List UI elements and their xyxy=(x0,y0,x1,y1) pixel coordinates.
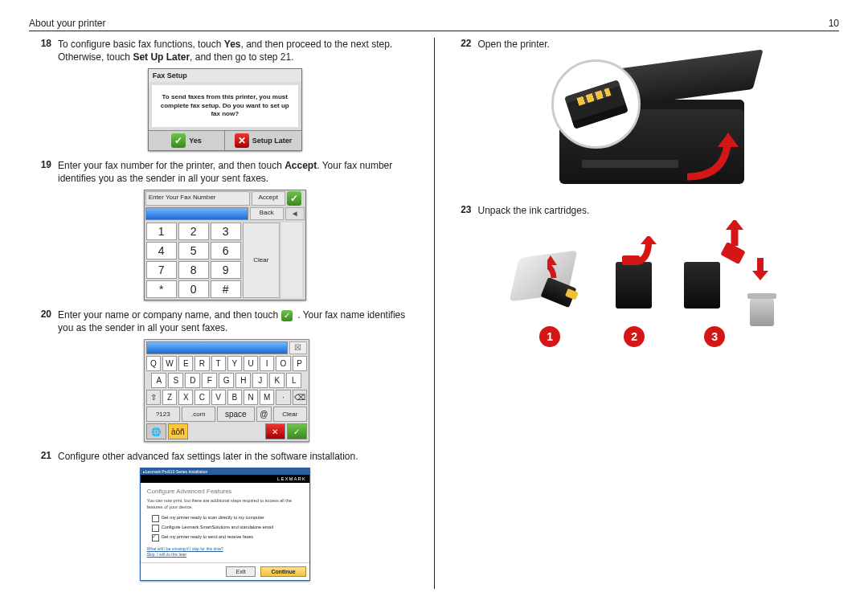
keypad-4[interactable]: 4 xyxy=(146,242,177,260)
fax-setup-later-button[interactable]: ✕ Setup Later xyxy=(224,131,301,150)
keyboard-spacer xyxy=(190,423,264,438)
key-g[interactable]: G xyxy=(219,373,234,388)
key-k[interactable]: K xyxy=(269,373,285,388)
keypad-5[interactable]: 5 xyxy=(178,242,209,260)
key-n[interactable]: N xyxy=(244,390,258,405)
installer-option-fax[interactable]: Get my printer ready to send and receive… xyxy=(152,534,303,541)
key-space[interactable]: space xyxy=(217,407,255,422)
key-r[interactable]: R xyxy=(194,356,209,371)
accents-button[interactable]: àôñ xyxy=(168,423,188,439)
cartridge-tab xyxy=(565,288,579,300)
checkbox-icon[interactable] xyxy=(152,515,159,522)
keypad-spacer xyxy=(281,223,302,298)
key-a[interactable]: A xyxy=(151,373,166,388)
key-c[interactable]: C xyxy=(194,390,209,405)
keypad-6[interactable]: 6 xyxy=(211,242,241,260)
key-dot[interactable]: · xyxy=(276,390,290,405)
svg-marker-0 xyxy=(718,133,739,147)
fax-name-input[interactable] xyxy=(146,341,288,354)
cartridge-small xyxy=(541,277,577,308)
fax-number-keypad: Enter Your Fax Number Accept ✓ Back ◄ 1 … xyxy=(144,190,306,300)
onscreen-keyboard: ☒ Q W E R T Y U I O P A xyxy=(144,339,309,442)
installer-link-whatmissing[interactable]: What will I be missing if I skip for thi… xyxy=(147,546,303,552)
back-button[interactable]: Back xyxy=(250,207,284,220)
key-dotcom[interactable]: .com xyxy=(182,407,215,422)
svg-marker-2 xyxy=(641,236,657,244)
installer-option-smartsolutions[interactable]: Configure Lexmark SmartSolutions and sta… xyxy=(152,525,303,532)
checkbox-icon[interactable] xyxy=(152,525,159,532)
step-18-text: To configure basic fax functions, touch … xyxy=(58,38,420,63)
lexmark-logo: LEXMARK xyxy=(277,476,306,481)
keypad-star[interactable]: * xyxy=(146,280,177,298)
fax-setup-yes-button[interactable]: ✓ Yes xyxy=(149,131,225,150)
key-b[interactable]: B xyxy=(227,390,242,405)
cancel-button[interactable]: ✕ xyxy=(265,423,285,439)
fax-setup-dialog: Fax Setup To send faxes from this printe… xyxy=(148,68,302,150)
keypad-8[interactable]: 8 xyxy=(178,261,209,279)
key-w[interactable]: W xyxy=(162,356,177,371)
fax-number-input[interactable] xyxy=(145,207,248,220)
check-icon[interactable]: ✓ xyxy=(287,191,301,206)
keypad-hash[interactable]: # xyxy=(211,280,241,298)
key-t[interactable]: T xyxy=(211,356,226,371)
page-title: About your printer xyxy=(29,18,105,29)
lift-arrow-icon xyxy=(679,133,743,181)
globe-icon[interactable]: 🌐 xyxy=(146,423,166,439)
peel-arrow-icon xyxy=(634,236,658,265)
installer-desc: You can now print, but there are additio… xyxy=(147,498,303,509)
keypad-0[interactable]: 0 xyxy=(178,280,209,298)
installer-link-skip[interactable]: Skip. I will do this later xyxy=(147,552,303,558)
svg-marker-6 xyxy=(752,271,768,280)
unpack-cartridges-illustration: 1 2 xyxy=(499,222,788,342)
step-19-text: Enter your fax number for the printer, a… xyxy=(58,159,420,185)
key-o[interactable]: O xyxy=(276,356,290,371)
key-y[interactable]: Y xyxy=(227,356,242,371)
check-icon: ✓ xyxy=(281,310,293,321)
key-h[interactable]: H xyxy=(235,373,251,388)
key-q[interactable]: Q xyxy=(146,356,161,371)
keypad-1[interactable]: 1 xyxy=(146,223,177,240)
keypad-7[interactable]: 7 xyxy=(146,261,177,279)
fax-number-label: Enter Your Fax Number xyxy=(145,191,250,206)
step-number: 21 xyxy=(29,450,58,463)
key-p[interactable]: P xyxy=(293,356,307,371)
key-v[interactable]: V xyxy=(211,390,226,405)
step-circle-3: 3 xyxy=(704,326,725,347)
keypad-clear[interactable]: Clear xyxy=(243,223,280,298)
key-z[interactable]: Z xyxy=(162,390,177,405)
key-clear[interactable]: Clear xyxy=(273,407,307,422)
installer-option-scan[interactable]: Get my printer ready to scan directly to… xyxy=(152,515,303,522)
step-number: 22 xyxy=(449,38,478,51)
accept-button[interactable]: ✓ xyxy=(287,423,307,439)
installer-window-title: ▸Lexmark Pro910 Series Installation xyxy=(141,468,309,475)
keypad-9[interactable]: 9 xyxy=(211,261,241,279)
keypad-3[interactable]: 3 xyxy=(211,223,241,240)
step-20-text: Enter your name or company name, and the… xyxy=(58,309,420,334)
key-l[interactable]: L xyxy=(286,373,301,388)
cartridge xyxy=(684,262,720,309)
key-i[interactable]: I xyxy=(260,356,274,371)
accept-button[interactable]: Accept xyxy=(252,191,285,206)
peel-arrow-icon xyxy=(547,254,570,281)
key-j[interactable]: J xyxy=(252,373,268,388)
key-s[interactable]: S xyxy=(168,373,183,388)
back-arrow-icon[interactable]: ◄ xyxy=(285,207,305,220)
key-at[interactable]: @ xyxy=(256,407,272,422)
up-arrow-icon xyxy=(724,220,745,247)
key-x[interactable]: X xyxy=(178,390,193,405)
checkbox-icon[interactable] xyxy=(152,534,159,541)
key-d[interactable]: D xyxy=(185,373,200,388)
installer-exit-button[interactable]: Exit xyxy=(226,566,256,577)
key-numbers[interactable]: ?123 xyxy=(146,407,180,422)
key-m[interactable]: M xyxy=(260,390,274,405)
key-f[interactable]: F xyxy=(202,373,217,388)
key-shift[interactable]: ⇧ xyxy=(146,390,161,405)
step-22-text: Open the printer. xyxy=(478,38,840,51)
cartridge xyxy=(616,262,652,309)
key-e[interactable]: E xyxy=(178,356,193,371)
clear-input-icon[interactable]: ☒ xyxy=(289,341,307,354)
keypad-2[interactable]: 2 xyxy=(178,223,209,240)
key-u[interactable]: U xyxy=(244,356,258,371)
installer-continue-button[interactable]: Continue xyxy=(260,566,305,577)
key-bksp[interactable]: ⌫ xyxy=(293,390,307,405)
